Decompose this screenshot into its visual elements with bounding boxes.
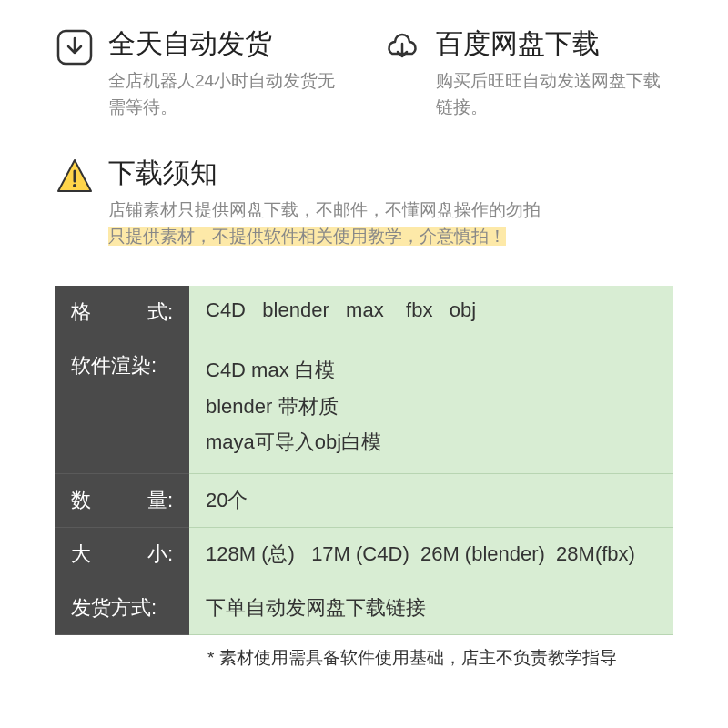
value-format: C4D blender max fbx obj [189, 286, 673, 339]
value-delivery: 下单自动发网盘下载链接 [189, 581, 673, 634]
label-render: 软件渲染: [55, 339, 189, 474]
notice-line1: 店铺素材只提供网盘下载，不邮件，不懂网盘操作的勿拍 [108, 197, 541, 224]
download-box-icon [55, 27, 95, 67]
notice-line2: 只提供素材，不提供软件相关使用教学，介意慎拍！ [108, 227, 506, 246]
feature-baidu-desc: 购买后旺旺自动发送网盘下载链接。 [436, 68, 673, 120]
label-count: 数量: [55, 473, 189, 527]
spec-table: 格式: C4D blender max fbx obj 软件渲染: C4D ma… [55, 286, 673, 635]
label-delivery: 发货方式: [55, 581, 189, 634]
feature-autoship-title: 全天自动发货 [108, 25, 346, 63]
feature-autoship-desc: 全店机器人24小时自动发货无需等待。 [108, 68, 346, 120]
row-size: 大小: 128M (总) 17M (C4D) 26M (blender) 28M… [55, 527, 673, 581]
feature-baidu-title: 百度网盘下载 [436, 25, 673, 63]
label-size: 大小: [55, 527, 189, 581]
warning-icon [55, 157, 95, 197]
row-format: 格式: C4D blender max fbx obj [55, 286, 673, 339]
feature-autoship-text: 全天自动发货 全店机器人24小时自动发货无需等待。 [108, 27, 346, 120]
cloud-download-icon [382, 27, 422, 67]
row-render: 软件渲染: C4D max 白模 blender 带材质 maya可导入obj白… [55, 339, 673, 474]
value-count: 20个 [189, 473, 673, 527]
svg-point-2 [73, 184, 76, 187]
feature-autoship: 全天自动发货 全店机器人24小时自动发货无需等待。 [55, 27, 346, 120]
feature-baidu: 百度网盘下载 购买后旺旺自动发送网盘下载链接。 [382, 27, 673, 120]
footnote: * 素材使用需具备软件使用基础，店主不负责教学指导 [55, 635, 673, 670]
feature-row: 全天自动发货 全店机器人24小时自动发货无需等待。 百度网盘下载 购买后旺旺自动… [55, 27, 673, 120]
value-size: 128M (总) 17M (C4D) 26M (blender) 28M(fbx… [189, 527, 673, 581]
notice-title: 下载须知 [108, 155, 541, 192]
row-count: 数量: 20个 [55, 473, 673, 527]
notice-block: 下载须知 店铺素材只提供网盘下载，不邮件，不懂网盘操作的勿拍 只提供素材，不提供… [55, 157, 673, 249]
value-render: C4D max 白模 blender 带材质 maya可导入obj白模 [189, 339, 673, 474]
notice-text: 下载须知 店铺素材只提供网盘下载，不邮件，不懂网盘操作的勿拍 只提供素材，不提供… [108, 157, 541, 249]
feature-baidu-text: 百度网盘下载 购买后旺旺自动发送网盘下载链接。 [436, 27, 673, 120]
label-format: 格式: [55, 286, 189, 339]
row-delivery: 发货方式: 下单自动发网盘下载链接 [55, 581, 673, 634]
